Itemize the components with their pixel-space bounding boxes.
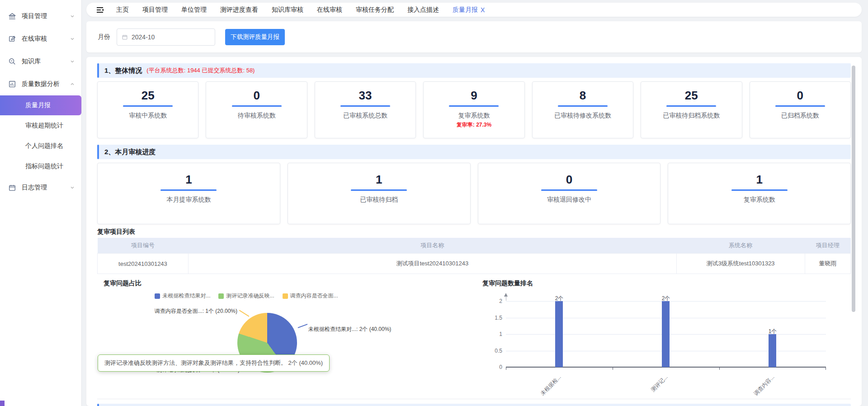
stat-label: 复审系统数 bbox=[458, 112, 490, 120]
bar[interactable] bbox=[769, 334, 776, 367]
stat-card-pending-archive: 25 已审核待归档系统数 bbox=[641, 81, 742, 138]
bar-chart-panel: 复审问题数量排名 2 1.5 1 0.5 0 bbox=[396, 278, 851, 399]
cell-system-name: 测试3级系统test10301323 bbox=[676, 254, 805, 274]
tab-knowledge-review[interactable]: 知识库审核 bbox=[272, 6, 303, 14]
legend-label: 未根据检查结果对... bbox=[162, 292, 210, 300]
stat-underline bbox=[775, 105, 825, 107]
stat-underline bbox=[351, 189, 407, 191]
col-system-name: 系统名称 bbox=[676, 238, 805, 254]
tab-project-management[interactable]: 项目管理 bbox=[142, 6, 168, 14]
re-review-rate: 复审率: 27.3% bbox=[457, 121, 491, 129]
sidebar-item-quality-data-analysis[interactable]: 质量数据分析 bbox=[0, 73, 81, 95]
section-accent-bar bbox=[97, 145, 99, 159]
sidebar-subitem-indicator-issue-stats[interactable]: 指标问题统计 bbox=[0, 156, 81, 176]
tab-quality-monthly-report[interactable]: 质量月报 X bbox=[453, 6, 485, 14]
download-monthly-report-button[interactable]: 下载测评质量月报 bbox=[225, 29, 285, 45]
stat-card-reviewed-total: 33 已审核系统总数 bbox=[315, 81, 416, 138]
y-axis-stem bbox=[506, 296, 506, 301]
filter-bar: 月份 2024-10 下载测评质量月报 bbox=[86, 21, 862, 52]
section-1-note: (平台系统总数: 1944 已提交系统总数: 58) bbox=[146, 66, 255, 75]
pie-chart-title: 复审问题占比 bbox=[104, 279, 142, 288]
x-tick bbox=[719, 368, 720, 370]
stat-card-month-submitted: 1 本月提审系统数 bbox=[97, 163, 280, 224]
pie-legend: 未根据检查结果对... 测评记录准确反映... 调查内容是否全面... bbox=[97, 292, 396, 300]
stat-value: 0 bbox=[566, 173, 572, 186]
content-area: 主页 项目管理 单位管理 测评进度查看 知识库审核 在线审核 审核任务分配 接入… bbox=[82, 0, 868, 406]
chevron-down-icon bbox=[70, 36, 75, 42]
legend-item[interactable]: 测评记录准确反映... bbox=[218, 292, 274, 300]
section-1-title: 1、整体情况 bbox=[104, 66, 142, 75]
calendar-icon bbox=[8, 184, 16, 192]
chevron-down-icon bbox=[70, 59, 75, 64]
pie-label-survey-coverage: 调查内容是否全面...: 1个 (20.00%) bbox=[155, 307, 237, 315]
sidebar-subitem-label: 质量月报 bbox=[25, 101, 51, 109]
legend-item[interactable]: 未根据检查结果对... bbox=[155, 292, 210, 300]
overall-stats-row: 25 审核中系统数 0 待审核系统数 33 已审核系统总数 9 bbox=[97, 81, 851, 138]
legend-label: 测评记录准确反映... bbox=[226, 292, 274, 300]
x-category-label: 未根据检... bbox=[519, 373, 563, 406]
tab-close-icon[interactable]: X bbox=[481, 6, 485, 14]
stat-label: 审核退回修改中 bbox=[547, 196, 591, 204]
tab-review-task-assignment[interactable]: 审核任务分配 bbox=[356, 6, 394, 14]
review-project-table: 项目编号 项目名称 系统名称 项目经理 test202410301243 测试项… bbox=[97, 238, 851, 274]
sidebar-item-log-management[interactable]: 日志管理 bbox=[0, 176, 81, 199]
tab-unit-management[interactable]: 单位管理 bbox=[181, 6, 207, 14]
x-tick bbox=[613, 368, 613, 370]
stat-card-month-re-review: 1 复审系统数 bbox=[668, 163, 851, 224]
legend-item[interactable]: 调查内容是否全面... bbox=[283, 292, 338, 300]
y-tick-label: 1.5 bbox=[481, 315, 502, 321]
menu-fold-icon[interactable] bbox=[95, 5, 104, 14]
tab-online-review[interactable]: 在线审核 bbox=[317, 6, 342, 14]
stat-value: 1 bbox=[185, 173, 192, 186]
sidebar-item-online-review[interactable]: 在线审核 bbox=[0, 28, 81, 50]
pie-leader-line bbox=[239, 310, 249, 317]
col-project-id: 项目编号 bbox=[98, 238, 189, 254]
chart-icon bbox=[8, 80, 16, 88]
report-panel: 1、整体情况 (平台系统总数: 1944 已提交系统总数: 58) 25 审核中… bbox=[86, 57, 862, 406]
y-tick-label: 0 bbox=[481, 364, 502, 370]
col-project-name: 项目名称 bbox=[188, 238, 676, 254]
sidebar-item-label: 在线审核 bbox=[22, 35, 70, 43]
sidebar-item-label: 知识库 bbox=[22, 57, 70, 66]
y-tick-label: 0.5 bbox=[481, 348, 502, 354]
search-icon bbox=[8, 57, 16, 66]
section-2-header: 2、本月审核进度 bbox=[97, 145, 851, 159]
cell-project-id: test202410301243 bbox=[98, 254, 189, 274]
sidebar-item-label: 项目管理 bbox=[22, 12, 70, 20]
stat-card-reviewing: 25 审核中系统数 bbox=[97, 81, 198, 138]
stat-label: 待审核系统数 bbox=[238, 112, 276, 120]
month-picker-input[interactable]: 2024-10 bbox=[117, 28, 215, 46]
stat-card-month-returned: 0 审核退回修改中 bbox=[478, 163, 661, 224]
sidebar-subitem-personal-issue-ranking[interactable]: 个人问题排名 bbox=[0, 136, 81, 156]
x-category-label: 测评记... bbox=[626, 373, 670, 406]
section-2-title: 2、本月审核进度 bbox=[104, 148, 156, 156]
stat-label: 已审核系统总数 bbox=[343, 112, 387, 120]
chevron-up-icon bbox=[70, 81, 75, 87]
stat-card-re-review: 9 复审系统数 复审率: 27.3% bbox=[423, 81, 524, 138]
table-row: test202410301243 测试项目test202410301243 测试… bbox=[98, 254, 851, 274]
nav-tabs: 主页 项目管理 单位管理 测评进度查看 知识库审核 在线审核 审核任务分配 接入… bbox=[116, 6, 485, 14]
stat-card-pending-modify: 8 已审核待修改系统数 bbox=[532, 81, 633, 138]
stat-value: 1 bbox=[376, 173, 382, 186]
bar[interactable] bbox=[662, 301, 670, 367]
stat-value: 33 bbox=[359, 89, 372, 102]
vertical-scrollbar-thumb[interactable] bbox=[852, 66, 855, 312]
sidebar-item-knowledge-base[interactable]: 知识库 bbox=[0, 50, 81, 73]
stat-underline bbox=[340, 105, 390, 107]
sidebar-subitem-quality-monthly-report[interactable]: 质量月报 bbox=[0, 95, 81, 115]
active-tab-label: 质量月报 bbox=[453, 6, 478, 14]
stat-label: 本月提审系统数 bbox=[166, 196, 211, 204]
sidebar-item-label: 质量数据分析 bbox=[22, 80, 70, 88]
tab-home[interactable]: 主页 bbox=[116, 6, 129, 14]
sidebar-item-project-management[interactable]: 项目管理 bbox=[0, 5, 81, 28]
bar[interactable] bbox=[555, 301, 563, 367]
tab-access-point-description[interactable]: 接入点描述 bbox=[407, 6, 439, 14]
stat-value: 25 bbox=[685, 89, 698, 102]
chevron-down-icon bbox=[70, 185, 75, 190]
stat-value: 0 bbox=[253, 89, 259, 102]
chevron-down-icon bbox=[70, 14, 75, 19]
legend-swatch bbox=[283, 293, 288, 299]
sidebar-subitem-review-overdue-stats[interactable]: 审核超期统计 bbox=[0, 115, 81, 136]
tab-evaluation-progress[interactable]: 测评进度查看 bbox=[220, 6, 258, 14]
legend-swatch bbox=[218, 293, 224, 299]
